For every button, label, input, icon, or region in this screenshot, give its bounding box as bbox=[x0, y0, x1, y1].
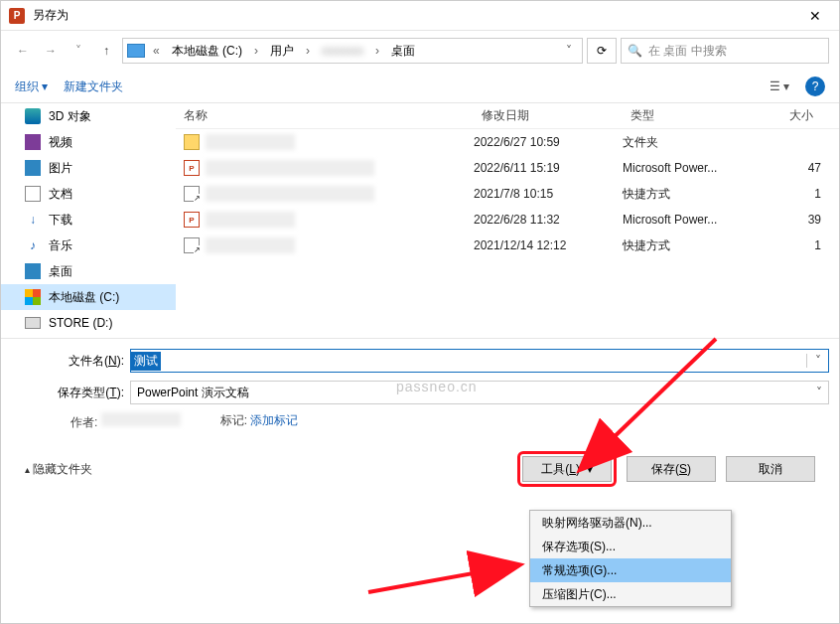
refresh-button[interactable]: ⟳ bbox=[587, 38, 617, 64]
bottom-form: 文件名(N): 测试 ˅ 保存类型(T): PowerPoint 演示文稿 ˅ … bbox=[1, 338, 839, 503]
filename-field[interactable] bbox=[161, 354, 806, 368]
sidebar-item-3d[interactable]: 3D 对象 bbox=[1, 103, 176, 129]
save-button[interactable]: 保存(S) bbox=[627, 456, 716, 482]
back-button[interactable]: ← bbox=[11, 39, 35, 63]
desktop-icon bbox=[25, 263, 41, 279]
sidebar-item-drive-c[interactable]: 本地磁盘 (C:) bbox=[1, 284, 176, 310]
titlebar: P 另存为 ✕ bbox=[1, 1, 839, 31]
filename-label: 文件名(N): bbox=[11, 353, 130, 370]
cube-icon bbox=[25, 108, 41, 124]
file-row[interactable]: P 2022/6/11 15:19 Microsoft Power... 47 bbox=[176, 155, 839, 181]
file-name-redacted bbox=[206, 160, 374, 176]
search-icon: 🔍 bbox=[628, 44, 642, 58]
file-row[interactable]: 2022/6/27 10:59 文件夹 bbox=[176, 129, 839, 155]
main: 3D 对象 视频 图片 文档 ↓下载 ♪音乐 桌面 本地磁盘 (C:) STOR… bbox=[1, 103, 839, 338]
sidebar-item-music[interactable]: ♪音乐 bbox=[1, 233, 176, 258]
document-icon bbox=[25, 186, 41, 202]
crumb-desktop[interactable]: 桌面 bbox=[387, 43, 419, 60]
video-icon bbox=[25, 134, 41, 150]
col-date[interactable]: 修改日期 bbox=[474, 107, 623, 124]
address-bar[interactable]: « 本地磁盘 (C:) › 用户 › xxxxxxx › 桌面 ˅ bbox=[122, 38, 583, 64]
drive-icon bbox=[25, 317, 41, 329]
filename-drop-icon[interactable]: ˅ bbox=[806, 354, 828, 368]
app-icon: P bbox=[9, 8, 25, 24]
sidebar-item-drive-d[interactable]: STORE (D:) bbox=[1, 310, 176, 336]
picture-icon bbox=[25, 160, 41, 176]
file-name-redacted bbox=[206, 212, 295, 228]
author-label: 作者: bbox=[70, 415, 97, 429]
file-row[interactable]: P 2022/6/28 11:32 Microsoft Power... 39 bbox=[176, 207, 839, 233]
music-icon: ♪ bbox=[25, 237, 41, 253]
cancel-button[interactable]: 取消 bbox=[726, 456, 815, 482]
col-size[interactable]: 大小 bbox=[762, 107, 821, 124]
file-list: 名称 修改日期 类型 大小 2022/6/27 10:59 文件夹 P 2022… bbox=[176, 103, 839, 338]
sidebar-item-documents[interactable]: 文档 bbox=[1, 181, 176, 207]
menu-map-drive[interactable]: 映射网络驱动器(N)... bbox=[530, 511, 731, 535]
titlebar-left: P 另存为 bbox=[9, 7, 69, 24]
file-name-redacted bbox=[206, 237, 295, 253]
window-title: 另存为 bbox=[33, 7, 69, 24]
search-placeholder: 在 桌面 中搜索 bbox=[648, 43, 727, 60]
recent-button[interactable]: ˅ bbox=[67, 39, 90, 63]
sidebar-item-pictures[interactable]: 图片 bbox=[1, 155, 176, 181]
crumb-user[interactable]: 用户 bbox=[266, 43, 298, 60]
add-tag-link[interactable]: 添加标记 bbox=[250, 413, 298, 427]
up-button[interactable]: ↑ bbox=[94, 39, 118, 63]
address-drop-icon[interactable]: ˅ bbox=[560, 44, 578, 58]
hide-folders-link[interactable]: 隐藏文件夹 bbox=[25, 461, 92, 478]
author-redacted bbox=[101, 412, 181, 426]
download-icon: ↓ bbox=[25, 212, 41, 228]
sidebar-item-downloads[interactable]: ↓下载 bbox=[1, 207, 176, 233]
forward-button[interactable]: → bbox=[39, 39, 63, 63]
file-name-redacted bbox=[206, 134, 295, 150]
filename-input[interactable]: 测试 ˅ bbox=[130, 349, 829, 373]
filetype-select[interactable]: PowerPoint 演示文稿 ˅ bbox=[130, 381, 829, 404]
new-folder-button[interactable]: 新建文件夹 bbox=[64, 78, 123, 95]
navbar: ← → ˅ ↑ « 本地磁盘 (C:) › 用户 › xxxxxxx › 桌面 … bbox=[1, 31, 839, 71]
file-row[interactable]: 2021/12/14 12:12 快捷方式 1 bbox=[176, 233, 839, 258]
search-input[interactable]: 🔍 在 桌面 中搜索 bbox=[621, 38, 829, 64]
tools-button[interactable]: 工具(L) ▾ bbox=[522, 456, 612, 482]
toolbar: 组织 ▾ 新建文件夹 ☰ ▾ ? bbox=[1, 71, 839, 103]
menu-compress[interactable]: 压缩图片(C)... bbox=[530, 582, 731, 606]
shortcut-icon bbox=[184, 237, 200, 253]
sidebar-item-video[interactable]: 视频 bbox=[1, 129, 176, 155]
filetype-label: 保存类型(T): bbox=[11, 385, 130, 401]
column-headers: 名称 修改日期 类型 大小 bbox=[176, 103, 839, 129]
menu-general-options[interactable]: 常规选项(G)... bbox=[530, 558, 731, 582]
drive-icon bbox=[127, 44, 145, 58]
file-name-redacted bbox=[206, 186, 374, 202]
organize-button[interactable]: 组织 ▾ bbox=[15, 78, 48, 95]
sidebar-item-desktop[interactable]: 桌面 bbox=[1, 258, 176, 284]
crumb-drive[interactable]: 本地磁盘 (C:) bbox=[168, 43, 246, 60]
metadata-row: 作者: 标记: 添加标记 bbox=[11, 412, 829, 431]
svg-line-1 bbox=[368, 565, 517, 592]
ppt-icon: P bbox=[184, 212, 200, 228]
folder-icon bbox=[184, 134, 200, 150]
tools-highlight: 工具(L) ▾ bbox=[517, 451, 617, 487]
file-row[interactable]: 2021/7/8 10:15 快捷方式 1 bbox=[176, 181, 839, 207]
col-type[interactable]: 类型 bbox=[623, 107, 762, 124]
filetype-value: PowerPoint 演示文稿 bbox=[137, 385, 249, 401]
close-button[interactable]: ✕ bbox=[795, 1, 835, 31]
col-name[interactable]: 名称 bbox=[176, 107, 474, 124]
chevron-down-icon: ˅ bbox=[816, 386, 822, 399]
help-button[interactable]: ? bbox=[805, 77, 825, 96]
shortcut-icon bbox=[184, 186, 200, 202]
windows-icon bbox=[25, 289, 41, 305]
filename-value: 测试 bbox=[131, 352, 161, 371]
tools-menu: 映射网络驱动器(N)... 保存选项(S)... 常规选项(G)... 压缩图片… bbox=[529, 510, 732, 607]
crumb-redacted[interactable]: xxxxxxx bbox=[318, 44, 367, 58]
crumb-sep: « bbox=[149, 44, 164, 58]
action-row: 隐藏文件夹 工具(L) ▾ 保存(S) 取消 bbox=[11, 431, 829, 497]
ppt-icon: P bbox=[184, 160, 200, 176]
sidebar: 3D 对象 视频 图片 文档 ↓下载 ♪音乐 桌面 本地磁盘 (C:) STOR… bbox=[1, 103, 176, 338]
view-button[interactable]: ☰ ▾ bbox=[770, 79, 789, 93]
tag-label: 标记: bbox=[220, 413, 247, 427]
menu-save-options[interactable]: 保存选项(S)... bbox=[530, 535, 731, 558]
